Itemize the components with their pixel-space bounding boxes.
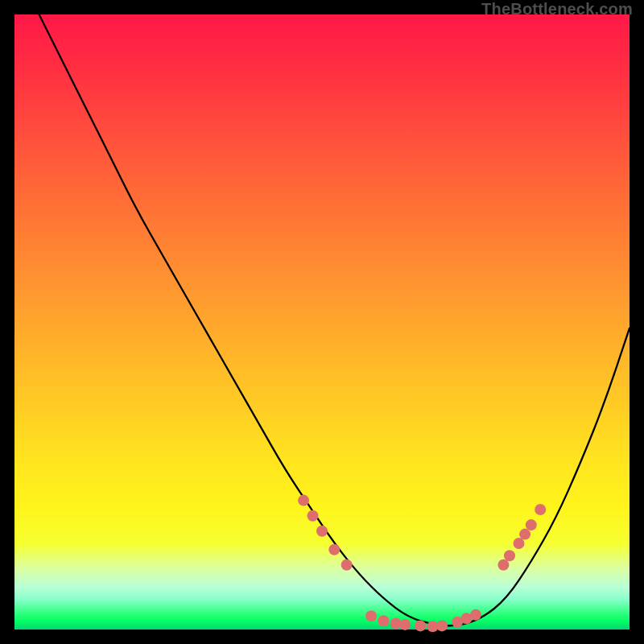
highlight-dot [497, 559, 509, 571]
watermark-text: TheBottleneck.com [481, 0, 633, 19]
highlight-dot [436, 620, 448, 631]
highlight-dot [298, 495, 309, 506]
highlight-dot [470, 609, 481, 621]
plot-area [14, 14, 630, 630]
curve-layer [14, 14, 630, 630]
highlight-dot [316, 526, 328, 537]
highlight-dot [526, 519, 537, 530]
highlight-dot [535, 504, 546, 515]
highlight-dots-group [298, 495, 546, 633]
chart-stage: TheBottleneck.com [0, 0, 644, 644]
highlight-dot [504, 550, 515, 561]
highlight-dot [378, 615, 389, 626]
highlight-dot [399, 619, 411, 630]
bottleneck-curve [39, 14, 630, 625]
highlight-dot [415, 620, 426, 631]
highlight-dot [328, 544, 340, 555]
highlight-dot [308, 510, 319, 522]
highlight-dot [514, 538, 525, 549]
highlight-dot [519, 529, 530, 540]
highlight-dot [341, 559, 353, 571]
highlight-dot [365, 610, 377, 621]
